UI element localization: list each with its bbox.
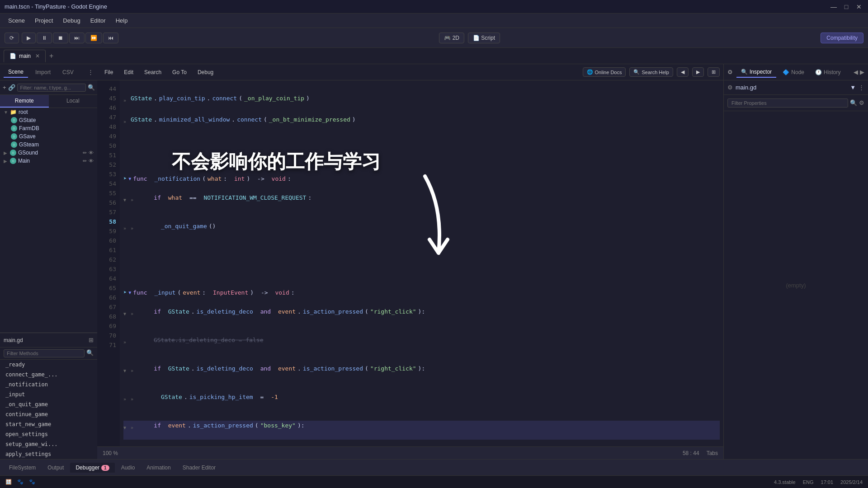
editor-menu-edit[interactable]: Edit <box>120 68 137 77</box>
cursor-position: 58 : 44 <box>683 450 699 456</box>
settings-icon[interactable]: ⚙ <box>859 99 864 106</box>
toolbar-play[interactable]: ▶ <box>22 33 36 43</box>
tree-item-farmdb[interactable]: ○ FarmDB <box>0 124 97 132</box>
panel-tab-scene[interactable]: Scene <box>4 67 28 78</box>
fold-icon[interactable]: » <box>123 224 129 233</box>
nav-back-icon[interactable]: ◀ <box>854 69 858 75</box>
panel-tab-csv[interactable]: CSV <box>58 67 78 77</box>
fold-icon[interactable]: » <box>123 338 129 347</box>
menu-debug[interactable]: Debug <box>58 15 85 26</box>
search-help-button[interactable]: 🔍 Search Help <box>629 67 673 77</box>
method-ready[interactable]: _ready <box>0 360 97 370</box>
nav-forward-icon[interactable]: ▶ <box>860 69 864 75</box>
menu-project[interactable]: Project <box>30 15 57 26</box>
tab-animation[interactable]: Animation <box>141 463 176 473</box>
methods-layout-icon[interactable]: ⊞ <box>89 337 94 343</box>
fold-icon[interactable]: ▼ <box>123 195 129 205</box>
toolbar-reload[interactable]: ⟳ <box>5 33 19 43</box>
tab-inspector[interactable]: 🔍 Inspector <box>736 67 776 78</box>
tree-item-root[interactable]: ▼ 📁 root <box>0 108 97 116</box>
tab-audio[interactable]: Audio <box>116 463 141 473</box>
script-tab-main[interactable]: 📄 main ✕ <box>4 50 46 62</box>
fold-icon[interactable]: » <box>131 224 136 233</box>
online-docs-button[interactable]: 🌐 Online Docs <box>583 67 626 77</box>
nav-prev-button[interactable]: ◀ <box>677 67 689 77</box>
toolbar-step[interactable]: ⏭ <box>69 33 85 43</box>
menu-dots-icon[interactable]: ⋮ <box>859 84 864 91</box>
fold-icon[interactable]: » <box>123 394 129 404</box>
fold-icon[interactable]: ▼ <box>123 423 129 432</box>
methods-search-icon[interactable]: 🔍 <box>86 349 94 357</box>
add-node-icon[interactable]: + <box>3 84 6 91</box>
method-quit-game[interactable]: _on_quit_game <box>0 399 97 409</box>
fold-icon[interactable]: ▼ <box>123 366 129 375</box>
methods-filter-input[interactable] <box>4 349 85 357</box>
editor-menu-search[interactable]: Search <box>141 68 165 77</box>
fold-icon[interactable]: ▼ <box>128 288 131 297</box>
minimize-button[interactable]: — <box>829 3 838 10</box>
tab-filesystem[interactable]: FileSystem <box>4 463 41 473</box>
fold-icon[interactable]: » <box>123 96 129 105</box>
fold-icon[interactable]: » <box>131 195 136 205</box>
toolbar-back[interactable]: ⏮ <box>103 33 118 43</box>
fold-icon[interactable]: » <box>131 394 136 404</box>
tab-debugger[interactable]: Debugger1 <box>70 463 114 473</box>
editor-menu-file[interactable]: File <box>101 68 117 77</box>
gear-icon[interactable]: ⚙ <box>727 69 733 75</box>
fold-icon[interactable]: ▼ <box>128 174 131 183</box>
script-tab-add[interactable]: + <box>46 50 57 62</box>
toolbar-pause[interactable]: ⏸ <box>37 33 52 43</box>
tab-shader-editor[interactable]: Shader Editor <box>177 463 221 473</box>
fold-icon[interactable]: » <box>131 423 136 432</box>
fold-icon[interactable]: » <box>123 117 129 127</box>
method-apply-settings[interactable]: apply_settings <box>0 449 97 459</box>
fold-icon[interactable]: » <box>131 309 136 319</box>
code-content[interactable]: »GState.play_coin_tip.connect(_on_play_c… <box>120 80 723 446</box>
compatibility-button[interactable]: Compatibility <box>821 33 863 43</box>
eye-icon[interactable]: 👁 <box>89 150 94 156</box>
layout-toggle-button[interactable]: ⊞ <box>708 67 720 77</box>
scene-search-icon[interactable]: 🔍 <box>88 84 95 91</box>
method-setup-game[interactable]: setup_game_wi... <box>0 439 97 449</box>
toolbar-script[interactable]: 📄 Script <box>468 33 500 43</box>
toolbar-stop[interactable]: ⏹ <box>53 33 68 43</box>
scene-filter-input[interactable] <box>17 84 86 92</box>
menu-scene[interactable]: Scene <box>4 15 29 26</box>
menu-help[interactable]: Help <box>111 15 132 26</box>
tab-node[interactable]: 🔷 Node <box>778 67 809 77</box>
edit-icon[interactable]: ✏ <box>83 150 87 156</box>
tree-item-gsave[interactable]: ○ GSave <box>0 132 97 141</box>
scene-menu-icon[interactable]: ⋮ <box>88 69 94 75</box>
editor-menu-goto[interactable]: Go To <box>169 68 190 77</box>
method-continue-game[interactable]: continue_game <box>0 409 97 419</box>
editor-menu-debug[interactable]: Debug <box>194 68 217 77</box>
local-tab[interactable]: Local <box>49 95 98 108</box>
nav-next-button[interactable]: ▶ <box>692 67 704 77</box>
method-connect-game[interactable]: connect_game_... <box>0 370 97 380</box>
eye-icon[interactable]: 👁 <box>89 158 94 164</box>
edit-icon[interactable]: ✏ <box>83 158 87 164</box>
tree-item-gsound[interactable]: ▶ ○ GSound ✏ 👁 <box>0 149 97 157</box>
fold-icon[interactable]: » <box>131 366 136 375</box>
tab-history[interactable]: 🕐 History <box>811 67 845 77</box>
panel-tab-import[interactable]: Import <box>31 67 55 77</box>
tree-item-gstate[interactable]: ○ GState <box>0 116 97 124</box>
method-open-settings[interactable]: open_settings <box>0 429 97 439</box>
inspector-filter-input[interactable] <box>727 99 848 108</box>
link-icon[interactable]: 🔗 <box>8 84 15 91</box>
script-tab-close[interactable]: ✕ <box>35 53 40 59</box>
tree-item-gsteam[interactable]: ○ GSteam <box>0 141 97 149</box>
method-start-new-game[interactable]: start_new_game <box>0 419 97 429</box>
toolbar-2d[interactable]: 🎮 2D <box>439 33 464 43</box>
maximize-button[interactable]: □ <box>842 3 851 10</box>
tree-item-main[interactable]: ▶ ○ Main ✏ 👁 <box>0 157 97 165</box>
remote-tab[interactable]: Remote <box>0 95 49 108</box>
tab-output[interactable]: Output <box>42 463 69 473</box>
fold-icon[interactable]: ▼ <box>123 309 129 319</box>
method-input[interactable]: _input <box>0 389 97 399</box>
method-notification[interactable]: _notification <box>0 380 97 389</box>
menu-editor[interactable]: Editor <box>86 15 110 26</box>
search-icon[interactable]: 🔍 <box>850 99 857 106</box>
close-button[interactable]: ✕ <box>854 3 863 10</box>
toolbar-forward[interactable]: ⏩ <box>85 33 102 43</box>
